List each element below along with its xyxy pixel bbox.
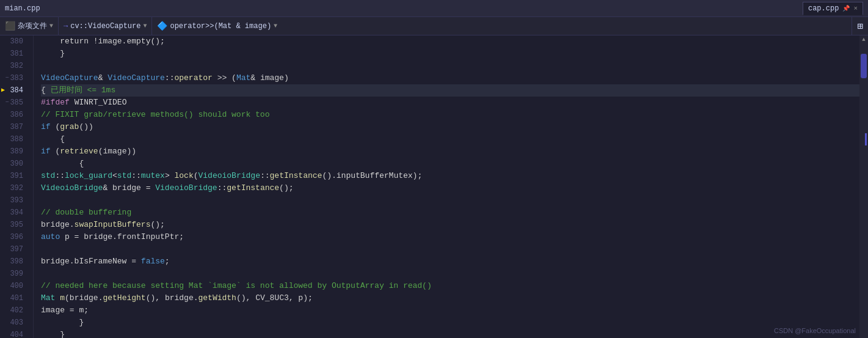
line-numbers: 380381382−383▶384−3853863873883893903913…	[0, 35, 34, 338]
toolbar-class-label[interactable]: cv::VideoCapture	[70, 22, 140, 31]
title-bar-right: cap.cpp 📌 ×	[803, 2, 863, 15]
code-line-390: {	[41, 158, 859, 170]
line-number-396: 396	[0, 231, 28, 243]
code-line-397	[41, 243, 859, 255]
tab-label: cap.cpp	[808, 4, 839, 13]
title-bar-left: mian.cpp	[5, 4, 40, 13]
line-number-401: 401	[0, 292, 28, 304]
line-number-394: 394	[0, 207, 28, 219]
code-line-387: if (grab())	[41, 121, 859, 133]
toolbar-method-label[interactable]: operator>>(Mat & image)	[170, 22, 271, 31]
code-line-386: // FIXIT grab/retrieve methods() should …	[41, 109, 859, 121]
line-number-404: 404	[0, 329, 28, 338]
line-number-386: 386	[0, 109, 28, 121]
line-number-393: 393	[0, 194, 28, 207]
code-line-384: { 已用时间 <= 1ms	[41, 84, 859, 97]
code-line-401: Mat m(bridge.getHeight(), bridge.getWidt…	[41, 292, 859, 304]
toolbar-method-dropdown-icon[interactable]: ▼	[274, 23, 277, 29]
toolbar-method-section: 🔷 operator>>(Mat & image) ▼	[152, 17, 852, 35]
app-container: mian.cpp cap.cpp 📌 × ⬛ 杂项文件 ▼ → cv::Vide…	[0, 0, 868, 338]
toolbar-split-icon: ⊞	[857, 20, 863, 32]
fold-button-383[interactable]: −	[5, 72, 9, 84]
code-line-403: }	[41, 317, 859, 329]
code-line-404: }	[41, 329, 859, 338]
toolbar-dropdown-icon[interactable]: ▼	[49, 23, 53, 29]
line-number-385: −385	[0, 97, 28, 109]
toolbar: ⬛ 杂项文件 ▼ → cv::VideoCapture ▼ 🔷 operator…	[0, 17, 868, 35]
code-line-396: auto p = bridge.frontInputPtr;	[41, 231, 859, 243]
code-area[interactable]: return !image.empty(); }VideoCapture& Vi…	[34, 35, 859, 338]
line-number-397: 397	[0, 243, 28, 255]
line-number-383: −383	[0, 72, 28, 84]
line-number-400: 400	[0, 280, 28, 292]
toolbar-arrow-icon: →	[64, 22, 68, 31]
code-line-380: return !image.empty();	[41, 35, 859, 48]
code-line-400: // needed here because setting Mat `imag…	[41, 280, 859, 292]
code-line-388: {	[41, 133, 859, 145]
line-number-390: 390	[0, 158, 28, 170]
scrollbar-minimap	[865, 133, 867, 145]
line-number-391: 391	[0, 170, 28, 182]
code-line-398: bridge.bIsFrameNew = false;	[41, 255, 859, 268]
active-file-title: mian.cpp	[5, 4, 40, 13]
line-number-387: 387	[0, 121, 28, 133]
toolbar-class-section: → cv::VideoCapture ▼	[59, 17, 152, 35]
code-line-395: bridge.swapInputBuffers();	[41, 219, 859, 231]
code-line-382	[41, 60, 859, 72]
tab-pin-icon: 📌	[842, 5, 850, 12]
tab-close-icon[interactable]: ×	[853, 5, 858, 12]
toolbar-file-label[interactable]: 杂项文件	[18, 21, 47, 31]
line-number-381: 381	[0, 48, 28, 60]
scrollbar-thumb[interactable]	[861, 54, 867, 78]
line-number-389: 389	[0, 145, 28, 158]
line-number-398: 398	[0, 255, 28, 268]
line-number-388: 388	[0, 133, 28, 145]
current-line-arrow: ▶	[1, 84, 5, 97]
code-line-383: VideoCapture& VideoCapture::operator >> …	[41, 72, 859, 84]
code-line-392: VideoioBridge& bridge = VideoioBridge::g…	[41, 182, 859, 194]
line-number-392: 392	[0, 182, 28, 194]
fold-button-385[interactable]: −	[5, 97, 9, 109]
line-number-384: ▶384	[0, 84, 28, 97]
title-bar: mian.cpp cap.cpp 📌 ×	[0, 0, 868, 17]
code-line-385: #ifdef WINRT_VIDEO	[41, 97, 859, 109]
tab-cap-cpp[interactable]: cap.cpp 📌 ×	[803, 2, 863, 15]
line-number-402: 402	[0, 304, 28, 317]
editor-container: 380381382−383▶384−3853863873883893903913…	[0, 35, 868, 338]
line-number-395: 395	[0, 219, 28, 231]
line-number-403: 403	[0, 317, 28, 329]
line-number-399: 399	[0, 268, 28, 280]
code-line-394: // double buffering	[41, 207, 859, 219]
toolbar-file-section: ⬛ 杂项文件 ▼	[0, 17, 59, 35]
line-number-380: 380	[0, 35, 28, 48]
watermark: CSDN @FakeOccupational	[774, 327, 856, 334]
method-icon: 🔷	[157, 21, 167, 31]
toolbar-class-dropdown-icon[interactable]: ▼	[143, 23, 147, 29]
code-line-391: std::lock_guard<std::mutex> lock(Videoio…	[41, 170, 859, 182]
line-number-382: 382	[0, 60, 28, 72]
code-line-402: image = m;	[41, 304, 859, 317]
scrollbar[interactable]: ▲	[859, 35, 868, 338]
toolbar-right-button[interactable]: ⊞	[852, 17, 868, 35]
file-icon: ⬛	[5, 21, 15, 31]
code-line-393	[41, 194, 859, 207]
code-line-389: if (retrieve(image))	[41, 145, 859, 158]
code-line-399	[41, 268, 859, 280]
scrollbar-up-button[interactable]: ▲	[859, 35, 868, 44]
code-line-381: }	[41, 48, 859, 60]
